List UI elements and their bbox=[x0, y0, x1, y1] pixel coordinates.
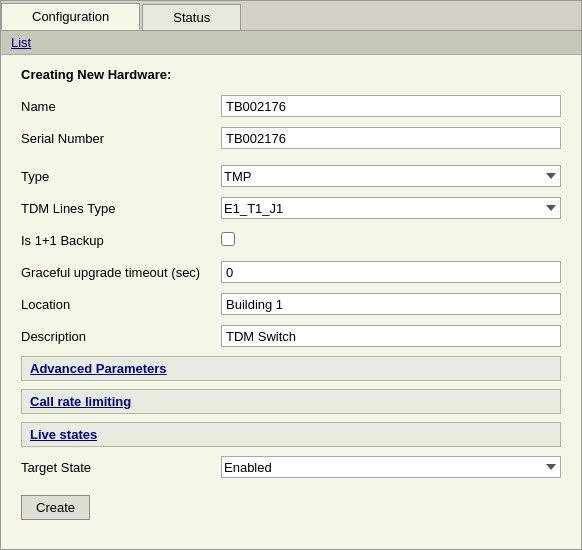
label-serial-number: Serial Number bbox=[21, 131, 221, 146]
select-type[interactable]: TMP bbox=[221, 165, 561, 187]
breadcrumb-bar: List bbox=[1, 31, 581, 55]
tab-configuration[interactable]: Configuration bbox=[1, 3, 140, 30]
input-graceful-timeout[interactable] bbox=[221, 261, 561, 283]
field-row-name: Name bbox=[21, 94, 561, 118]
control-tdm-lines-type: E1_T1_J1 bbox=[221, 197, 561, 219]
field-row-target-state: Target State Enabled Disabled bbox=[21, 455, 561, 479]
select-tdm-lines-type[interactable]: E1_T1_J1 bbox=[221, 197, 561, 219]
advanced-parameters-section[interactable]: Advanced Parameters bbox=[21, 356, 561, 381]
control-backup bbox=[221, 232, 561, 249]
section-title: Creating New Hardware: bbox=[21, 67, 561, 82]
form-content: Creating New Hardware: Name Serial Numbe… bbox=[1, 55, 581, 549]
call-rate-limiting-link[interactable]: Call rate limiting bbox=[30, 394, 131, 409]
field-row-graceful-timeout: Graceful upgrade timeout (sec) bbox=[21, 260, 561, 284]
control-description bbox=[221, 325, 561, 347]
field-row-serial-number: Serial Number bbox=[21, 126, 561, 150]
input-serial-number[interactable] bbox=[221, 127, 561, 149]
field-row-location: Location bbox=[21, 292, 561, 316]
label-name: Name bbox=[21, 99, 221, 114]
main-window: Configuration Status List Creating New H… bbox=[0, 0, 582, 550]
field-row-type: Type TMP bbox=[21, 164, 561, 188]
input-name[interactable] bbox=[221, 95, 561, 117]
field-row-description: Description bbox=[21, 324, 561, 348]
advanced-parameters-link[interactable]: Advanced Parameters bbox=[30, 361, 167, 376]
control-target-state: Enabled Disabled bbox=[221, 456, 561, 478]
tab-status[interactable]: Status bbox=[142, 4, 241, 30]
breadcrumb-list-link[interactable]: List bbox=[11, 35, 31, 50]
label-target-state: Target State bbox=[21, 460, 221, 475]
label-backup: Is 1+1 Backup bbox=[21, 233, 221, 248]
control-serial-number bbox=[221, 127, 561, 149]
call-rate-limiting-section[interactable]: Call rate limiting bbox=[21, 389, 561, 414]
label-graceful-timeout: Graceful upgrade timeout (sec) bbox=[21, 265, 221, 280]
label-description: Description bbox=[21, 329, 221, 344]
input-description[interactable] bbox=[221, 325, 561, 347]
live-states-section: Live states bbox=[21, 422, 561, 447]
tab-bar: Configuration Status bbox=[1, 1, 581, 31]
field-row-tdm-lines-type: TDM Lines Type E1_T1_J1 bbox=[21, 196, 561, 220]
create-button[interactable]: Create bbox=[21, 495, 90, 520]
label-tdm-lines-type: TDM Lines Type bbox=[21, 201, 221, 216]
select-target-state[interactable]: Enabled Disabled bbox=[221, 456, 561, 478]
input-location[interactable] bbox=[221, 293, 561, 315]
control-location bbox=[221, 293, 561, 315]
control-name bbox=[221, 95, 561, 117]
label-location: Location bbox=[21, 297, 221, 312]
control-graceful-timeout bbox=[221, 261, 561, 283]
checkbox-backup[interactable] bbox=[221, 232, 235, 246]
label-type: Type bbox=[21, 169, 221, 184]
live-states-link[interactable]: Live states bbox=[30, 427, 97, 442]
field-row-backup: Is 1+1 Backup bbox=[21, 228, 561, 252]
control-type: TMP bbox=[221, 165, 561, 187]
